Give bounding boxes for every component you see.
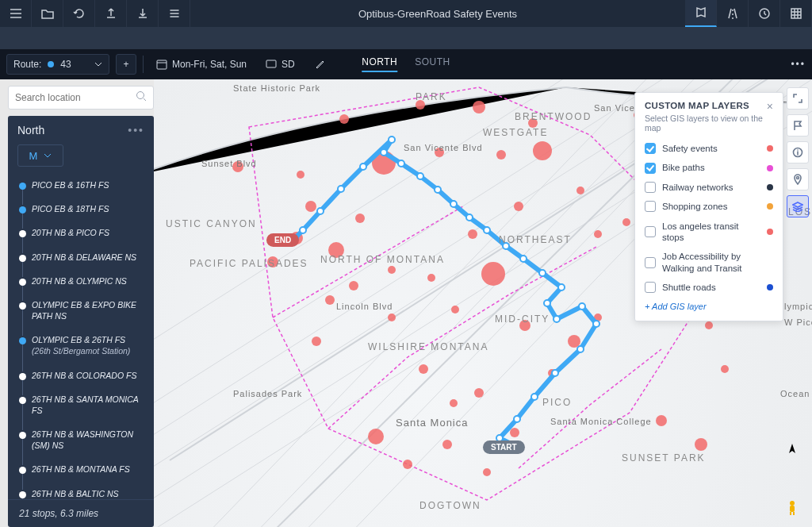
more-icon[interactable]: ••• <box>791 59 806 70</box>
layer-checkbox[interactable] <box>645 226 656 237</box>
svg-rect-1 <box>157 60 167 69</box>
grid-icon[interactable] <box>780 0 812 27</box>
layer-color-swatch <box>767 203 773 210</box>
import-icon[interactable] <box>127 0 159 27</box>
svg-point-17 <box>503 243 509 249</box>
tab-north[interactable]: NORTH <box>362 56 397 72</box>
map[interactable]: START END State Historic ParkPARKBRENTWO… <box>154 79 812 527</box>
road-view-icon[interactable] <box>717 0 749 27</box>
layers-subtitle: Select GIS layers to view on the map <box>645 113 773 133</box>
page-title: Optibus-GreenRoad Safety Events <box>190 8 685 20</box>
stop-item[interactable]: 20TH NB & PICO FS <box>19 221 147 244</box>
expand-icon[interactable] <box>787 87 809 110</box>
history-icon[interactable] <box>749 0 780 27</box>
stop-item[interactable]: 20TH NB & DELAWARE NS <box>19 245 147 269</box>
display-icon <box>266 59 277 70</box>
route-select[interactable]: Route: 43 <box>6 54 109 75</box>
svg-point-21 <box>435 187 441 193</box>
svg-point-7 <box>531 394 538 400</box>
layer-item[interactable]: Safety events <box>645 139 773 158</box>
zoom-out-button[interactable] <box>787 481 809 495</box>
layer-label: Shuttle roads <box>662 282 760 293</box>
stops-list: PICO EB & 16TH FSPICO EB & 18TH FS20TH N… <box>8 173 154 499</box>
layer-label: Railway networks <box>662 182 760 193</box>
stop-item[interactable]: PICO EB & 16TH FS <box>19 173 147 197</box>
svg-point-18 <box>484 227 490 233</box>
service-chip[interactable]: SD <box>259 54 301 75</box>
svg-point-24 <box>381 149 387 156</box>
search-box[interactable] <box>8 86 154 110</box>
view-mode-tabs <box>685 0 812 27</box>
days-label: Mon-Fri, Sat, Sun <box>172 59 247 70</box>
end-badge: END <box>266 233 299 247</box>
route-label: Route: <box>13 59 41 70</box>
stop-item[interactable]: OLYMPIC EB & EXPO BIKE PATH NS <box>19 293 147 328</box>
close-icon[interactable]: × <box>767 101 773 112</box>
svg-point-9 <box>577 346 584 352</box>
flag-icon[interactable] <box>787 114 809 137</box>
svg-point-22 <box>417 173 423 179</box>
export-icon[interactable] <box>95 0 127 27</box>
svg-point-26 <box>360 163 366 170</box>
svg-point-15 <box>539 270 546 276</box>
refresh-icon[interactable] <box>63 0 95 27</box>
stop-item[interactable]: 26TH NB & WASHINGTON (SM) NS <box>19 422 147 457</box>
paint-chip[interactable] <box>308 54 331 75</box>
top-toolbar: Optibus-GreenRoad Safety Events <box>0 0 812 27</box>
settings-sliders-icon[interactable] <box>159 0 190 27</box>
pegman-icon[interactable] <box>787 500 809 519</box>
layer-item[interactable]: Bike paths <box>645 158 773 177</box>
stops-panel: North ••• M PICO EB & 16TH FSPICO EB & 1… <box>8 116 154 527</box>
add-layer-link[interactable]: + Add GIS layer <box>645 302 773 311</box>
svg-point-20 <box>450 201 457 207</box>
layer-checkbox[interactable] <box>645 282 656 293</box>
layers-panel: CUSTOM MAP LAYERS × Select GIS layers to… <box>634 92 783 321</box>
search-icon <box>136 90 147 105</box>
svg-point-8 <box>552 370 558 376</box>
calendar-icon <box>156 59 167 70</box>
zoom-in-button[interactable] <box>787 462 809 476</box>
stop-item[interactable]: 26TH NB & MONTANA FS <box>19 457 147 481</box>
search-input[interactable] <box>15 92 136 103</box>
layers-icon[interactable] <box>787 195 809 217</box>
panel-more-icon[interactable]: ••• <box>128 124 144 137</box>
layer-item[interactable]: Railway networks <box>645 178 773 197</box>
direction-pill[interactable]: M <box>17 144 63 167</box>
map-view-icon[interactable] <box>685 0 717 27</box>
layer-item[interactable]: Los angeles transit stops <box>645 217 773 248</box>
stop-item[interactable]: OLYMPIC EB & 26TH FS(26th St/Bergamot St… <box>19 328 147 363</box>
panel-title: North <box>17 124 44 137</box>
layer-label: Los angeles transit stops <box>662 221 760 244</box>
layer-checkbox[interactable] <box>645 143 656 154</box>
folder-icon[interactable] <box>32 0 63 27</box>
layer-checkbox[interactable] <box>645 163 656 174</box>
stop-item[interactable]: 26TH NB & BALTIC NS <box>19 482 147 499</box>
layer-item[interactable]: Job Accessibility by Walking and Transit <box>645 247 773 278</box>
menu-icon[interactable] <box>0 0 32 27</box>
svg-point-25 <box>389 137 395 143</box>
stop-item[interactable]: 26TH NB & SANTA MONICA FS <box>19 387 147 422</box>
days-chip[interactable]: Mon-Fri, Sat, Sun <box>150 54 253 75</box>
layer-checkbox[interactable] <box>645 257 656 268</box>
stop-item[interactable]: 20TH NB & OLYMPIC NS <box>19 269 147 293</box>
layer-color-swatch <box>767 165 773 171</box>
layer-item[interactable]: Shopping zones <box>645 197 773 216</box>
svg-point-27 <box>338 186 344 192</box>
layer-item[interactable]: Shuttle roads <box>645 278 773 297</box>
layer-label: Job Accessibility by Walking and Transit <box>662 251 760 274</box>
svg-point-16 <box>520 256 527 262</box>
tab-south[interactable]: SOUTH <box>415 56 450 72</box>
map-tool-rail <box>787 87 809 217</box>
layer-checkbox[interactable] <box>645 201 656 212</box>
svg-point-13 <box>544 300 550 306</box>
layer-checkbox[interactable] <box>645 182 656 193</box>
stop-item[interactable]: PICO EB & 18TH FS <box>19 197 147 221</box>
stop-item[interactable]: 26TH NB & COLORADO FS <box>19 364 147 387</box>
svg-point-11 <box>579 303 585 310</box>
pin-icon[interactable] <box>787 168 809 190</box>
add-route-button[interactable]: + <box>116 54 136 75</box>
locate-icon[interactable] <box>787 443 809 457</box>
map-tool-rail-bottom <box>787 438 809 519</box>
info-icon[interactable] <box>787 141 809 163</box>
svg-point-6 <box>514 416 520 422</box>
